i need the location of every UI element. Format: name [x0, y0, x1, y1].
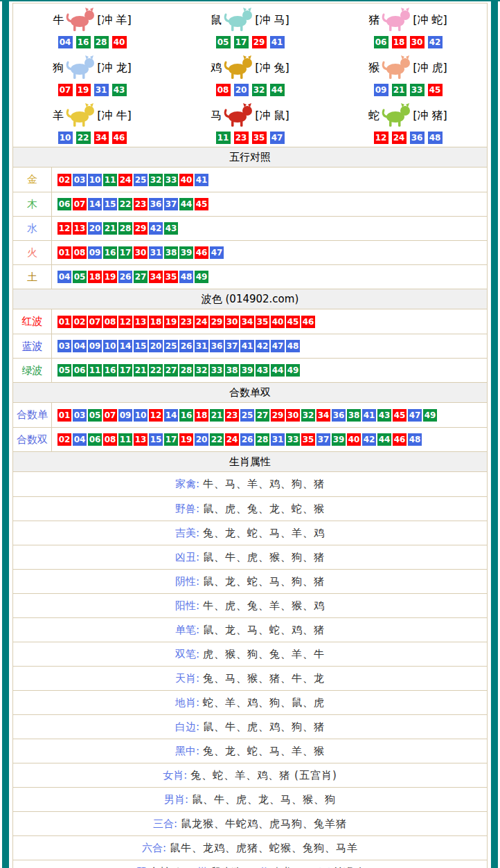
zodiac-number-ball: 22 — [76, 132, 91, 144]
number-ball: 48 — [286, 340, 300, 352]
group-value: 鼠牛狗 — [211, 866, 242, 868]
attribute-row-男肖: 男肖:鼠、牛、虎、龙、马、猴、狗 — [13, 787, 487, 811]
attribute-label: 野兽: — [175, 503, 199, 516]
attribute-value: 鼠、虎、兔、龙、蛇、猴 — [203, 503, 325, 516]
wuxing-numbers: 06071415222336374445 — [52, 192, 208, 216]
number-ball: 15 — [134, 340, 148, 352]
number-ball: 21 — [134, 364, 148, 377]
number-ball: 35 — [256, 316, 269, 328]
number-ball: 09 — [118, 409, 132, 422]
zodiac-animal-name: 猴 — [368, 62, 380, 73]
group-label: 琴: — [136, 866, 150, 868]
number-ball: 38 — [347, 409, 361, 422]
number-ball: 11 — [118, 433, 132, 446]
number-ball: 02 — [57, 174, 71, 186]
zodiac-clash-label: [冲 马] — [255, 15, 289, 26]
wuxing-numbers: 02031011242532334041 — [52, 168, 208, 192]
number-ball: 31 — [149, 246, 163, 259]
snake-zodiac-icon — [381, 102, 411, 129]
zodiac-number-ball: 42 — [428, 36, 443, 48]
attribute-value: 牛、马、羊、鸡、狗、猪 — [203, 478, 325, 491]
number-ball: 18 — [88, 271, 102, 283]
number-ball: 33 — [286, 433, 300, 446]
number-ball: 49 — [423, 409, 437, 422]
bose-row-label: 绿波 — [13, 359, 52, 382]
number-ball: 21 — [210, 409, 224, 422]
zodiac-animal-name: 羊 — [53, 110, 64, 121]
number-ball: 32 — [149, 174, 163, 186]
number-ball: 43 — [164, 222, 178, 235]
number-ball: 18 — [149, 316, 163, 328]
attribute-value: 鼠、牛、虎、猴、狗、猪 — [203, 551, 325, 564]
bose-row-label: 蓝波 — [13, 334, 52, 358]
zodiac-clash-label: [冲 虎] — [413, 62, 447, 73]
attribute-value: 鼠、龙、马、蛇、鸡、猪 — [203, 624, 325, 637]
number-ball: 48 — [408, 433, 422, 446]
attribute-label: 双笔: — [175, 648, 199, 661]
number-ball: 16 — [179, 409, 193, 422]
number-ball: 15 — [103, 198, 117, 210]
zodiac-number-ball: 40 — [112, 36, 127, 48]
zodiac-number-ball: 28 — [94, 36, 109, 48]
number-ball: 21 — [103, 222, 117, 235]
zodiac-animal-name: 牛 — [53, 15, 64, 26]
zodiac-number-ball: 34 — [94, 132, 109, 144]
number-ball: 26 — [179, 340, 193, 352]
attribute-value: 鼠龙猴、牛蛇鸡、虎马狗、兔羊猪 — [181, 817, 347, 831]
dog-zodiac-icon — [65, 55, 96, 82]
number-ball: 27 — [164, 364, 178, 377]
number-ball: 14 — [164, 409, 178, 422]
heshu-rows: 合数单0103050709101214161821232527293032343… — [13, 403, 487, 451]
number-ball: 26 — [240, 433, 254, 446]
zodiac-number-ball: 35 — [252, 132, 267, 144]
heshu-numbers: 0204060811131517192022242628313335373940… — [52, 428, 422, 451]
number-ball: 48 — [179, 271, 193, 283]
number-ball: 39 — [332, 433, 346, 446]
attribute-row-女肖: 女肖:兔、蛇、羊、鸡、猪 (五宫肖) — [13, 763, 487, 787]
bose-numbers: 03040910141520252631363741424748 — [52, 334, 300, 358]
monkey-zodiac-icon — [381, 55, 411, 82]
zodiac-clash-label: [冲 羊] — [97, 15, 132, 26]
number-ball: 19 — [179, 433, 193, 446]
number-ball: 17 — [164, 433, 178, 446]
attribute-label: 六合: — [142, 842, 166, 855]
rat-zodiac-icon — [223, 7, 253, 34]
number-ball: 24 — [195, 316, 208, 328]
number-ball: 40 — [347, 433, 361, 446]
number-ball: 44 — [271, 364, 285, 377]
number-ball: 36 — [210, 340, 224, 352]
attribute-row-黑中: 黑中:兔、龙、蛇、马、羊、猴 — [13, 739, 487, 763]
number-ball: 12 — [57, 222, 71, 235]
number-ball: 08 — [73, 246, 87, 259]
zodiac-title-line: 鸡[冲 兔] — [211, 55, 289, 82]
zodiac-number-ball: 23 — [234, 132, 249, 144]
number-ball: 25 — [240, 409, 254, 422]
attribute-row-地肖: 地肖:蛇、羊、鸡、狗、鼠、虎 — [13, 690, 487, 714]
zodiac-number-ball: 47 — [270, 132, 285, 144]
wuxing-numbers: 04051819262734354849 — [52, 265, 208, 289]
zodiac-number-row: 12243648 — [374, 132, 443, 144]
attribute-value: 虎、猴、狗、兔、羊、牛 — [203, 648, 325, 661]
number-ball: 06 — [57, 198, 71, 210]
number-ball: 11 — [103, 174, 117, 186]
number-ball: 12 — [149, 409, 163, 422]
attribute-row-凶丑: 凶丑:鼠、牛、虎、猴、狗、猪 — [13, 545, 487, 569]
goat-zodiac-icon — [65, 102, 96, 129]
number-ball: 26 — [118, 271, 132, 283]
section-header-shengxiao: 生肖属性 — [13, 451, 487, 472]
attribute-value: 兔、马、猴、猪、牛、龙 — [203, 672, 325, 685]
attribute-row-双笔: 双笔:虎、猴、狗、兔、羊、牛 — [13, 642, 487, 666]
bose-row-绿波: 绿波05061116172122272832333839434449 — [13, 358, 487, 382]
number-ball: 44 — [179, 198, 193, 210]
number-ball: 19 — [164, 316, 178, 328]
number-ball: 25 — [164, 340, 178, 352]
number-ball: 30 — [286, 409, 300, 422]
number-ball: 17 — [118, 364, 132, 377]
number-ball: 31 — [271, 433, 285, 446]
zodiac-title-line: 狗[冲 龙] — [53, 55, 132, 82]
number-ball: 05 — [88, 409, 102, 422]
number-ball: 10 — [88, 174, 102, 186]
number-ball: 27 — [134, 271, 148, 283]
number-ball: 39 — [240, 364, 254, 377]
zodiac-reference-page: 牛[冲 羊]04162840鼠[冲 马]05172941猪[冲 蛇]061830… — [0, 0, 500, 868]
